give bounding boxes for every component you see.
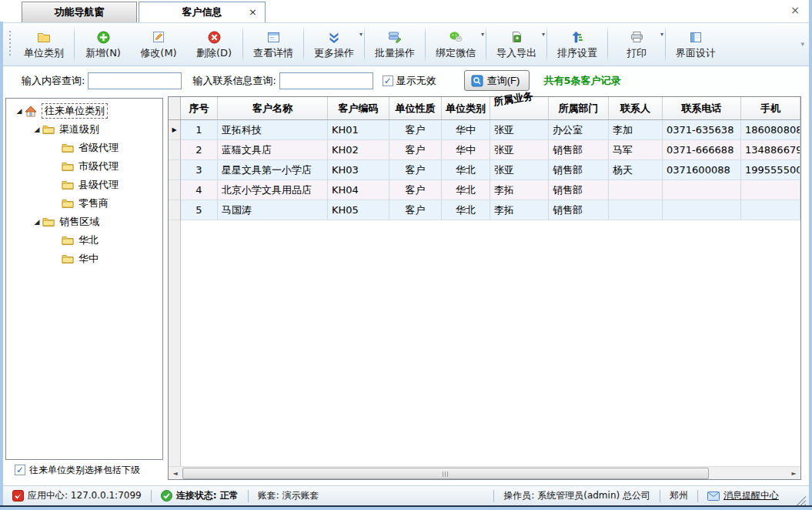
include-sublevel-checkbox[interactable]: ✓ 往来单位类别选择包括下级 <box>5 461 163 478</box>
message-center-label: 消息提醒中心 <box>723 489 779 502</box>
cell-customer-code: KH02 <box>328 140 389 160</box>
folder-icon <box>42 123 56 136</box>
cell-department: 销售部 <box>549 200 609 220</box>
cell-mobile <box>741 180 800 200</box>
expand-arrow-icon[interactable]: ◢ <box>32 218 42 226</box>
tree-item-city-agent[interactable]: 市级代理 <box>6 157 162 176</box>
record-count: 共有5条客户记录 <box>543 74 620 88</box>
unit-category-button[interactable]: 单位类别 <box>15 23 73 65</box>
dropdown-arrow-icon[interactable]: ▾ <box>359 31 363 38</box>
message-center-link[interactable]: 消息提醒中心 <box>698 489 788 502</box>
tree-item-province-agent[interactable]: 省级代理 <box>6 139 162 157</box>
expand-arrow-icon[interactable]: ◢ <box>32 126 42 133</box>
city-text: 郑州 <box>670 489 688 502</box>
delete-button[interactable]: 删除(D) <box>186 23 242 65</box>
col-header[interactable]: 客户名称 <box>218 97 328 119</box>
col-header[interactable]: 联系人 <box>609 97 663 119</box>
cell-unit-category: 华中 <box>442 140 490 160</box>
table-row[interactable]: 5 马国涛 KH05 客户 华北 李拓 销售部 <box>169 200 800 220</box>
cell-seq: 2 <box>181 140 218 160</box>
status-bar: 应用中心: 127.0.0.1:7099 连接状态: 正常 账套: 演示账套 操… <box>3 485 809 505</box>
table-row[interactable]: 4 北京小学文具用品店 KH04 客户 华北 李拓 销售部 <box>169 180 800 200</box>
tree-item-sales-region[interactable]: ◢ 销售区域 <box>6 213 162 231</box>
tree-item-root[interactable]: ◢ 往来单位类别 <box>6 102 162 120</box>
cell-salesperson: 李拓 <box>490 180 549 200</box>
import-export-icon <box>510 30 523 44</box>
row-indicator-cell <box>169 160 181 180</box>
table-header-row: 序号 客户名称 客户编码 单位性质 单位类别 所属业务 所属部门 联系人 联系电… <box>169 97 800 120</box>
table-row[interactable]: 2 蓝猫文具店 KH02 客户 华中 张亚 销售部 马军 0371-666688… <box>169 140 800 160</box>
sort-settings-button[interactable]: 排序设置 <box>548 23 606 65</box>
col-header[interactable]: 手机 <box>741 97 800 119</box>
expand-arrow-icon[interactable]: ◢ <box>14 107 25 115</box>
cell-contact <box>609 200 663 220</box>
tab-close-icon[interactable]: × <box>249 7 257 18</box>
toolbar-separator <box>486 26 486 62</box>
ui-design-button[interactable]: 界面设计 <box>667 23 725 65</box>
col-header[interactable]: 单位类别 <box>442 97 490 119</box>
tab-customer-info[interactable]: 客户信息 × <box>139 2 266 22</box>
add-button[interactable]: 新增(N) <box>75 23 131 65</box>
batch-actions-button[interactable]: 批量操作 <box>366 23 424 65</box>
row-indicator-cell <box>169 140 181 160</box>
toolbar-overflow-icon[interactable]: ▾ <box>800 40 804 48</box>
cell-seq: 1 <box>181 120 218 140</box>
checkbox-check-icon: ✓ <box>383 75 393 86</box>
table-row[interactable]: ▶ 1 亚拓科技 KH01 客户 华中 张亚 办公室 李加 0371-63563… <box>169 120 800 140</box>
tree-item-county-agent[interactable]: 县级代理 <box>6 176 162 194</box>
resize-grip[interactable] <box>796 495 806 505</box>
show-invalid-checkbox[interactable]: ✓ 显示无效 <box>383 74 436 88</box>
scrollbar-thumb[interactable] <box>182 468 709 479</box>
col-header[interactable]: 序号 <box>181 97 218 119</box>
tree-item-label: 市级代理 <box>79 159 119 173</box>
dropdown-arrow-icon[interactable]: ▾ <box>660 31 663 38</box>
col-header[interactable]: 联系电话 <box>663 97 741 119</box>
header-indicator-cell <box>169 97 181 119</box>
app-center-status: 应用中心: 127.0.0.1:7099 <box>3 489 151 502</box>
edit-button[interactable]: 修改(M) <box>131 23 186 65</box>
print-icon <box>630 30 643 44</box>
tree-item-label: 零售商 <box>79 196 109 210</box>
tree-item-central-china[interactable]: 华中 <box>6 250 162 268</box>
dropdown-arrow-icon[interactable]: ▾ <box>542 31 545 38</box>
window-close-icon[interactable]: × <box>790 4 800 16</box>
toolbar-grip[interactable] <box>8 31 12 58</box>
dropdown-arrow-icon[interactable]: ▾ <box>481 31 484 38</box>
bind-wechat-button[interactable]: 绑定微信 ▾ <box>426 23 485 65</box>
more-actions-button[interactable]: 更多操作 ▾ <box>305 23 363 65</box>
tree-item-north-china[interactable]: 华北 <box>6 231 162 250</box>
tree-item-label: 华北 <box>79 233 99 247</box>
tree-item-retailer[interactable]: 零售商 <box>6 194 162 213</box>
show-invalid-label: 显示无效 <box>396 74 436 88</box>
content-query-input[interactable] <box>88 72 182 89</box>
scroll-left-icon[interactable]: ◄ <box>169 467 182 480</box>
cell-seq: 3 <box>181 160 218 180</box>
operator-text: 操作员: 系统管理员(admin) 总公司 <box>503 489 650 502</box>
scroll-right-icon[interactable]: ► <box>787 467 800 480</box>
contact-query-input[interactable] <box>279 72 373 89</box>
query-button[interactable]: 查询(F) <box>464 70 530 91</box>
connection-status: 连接状态: 正常 <box>152 489 248 502</box>
col-header[interactable]: 客户编码 <box>328 97 389 119</box>
table-row[interactable]: 3 星星文具第一小学店 KH03 客户 华北 张亚 销售部 杨天 0371600… <box>169 160 800 180</box>
tree-item-channel-level[interactable]: ◢ 渠道级别 <box>6 120 162 139</box>
cell-unit-category: 华中 <box>442 120 490 140</box>
window-border-left <box>0 22 3 510</box>
col-header[interactable]: 所属部门 <box>549 97 609 119</box>
cell-salesperson: 李拓 <box>490 200 549 220</box>
cell-department: 销售部 <box>549 180 609 200</box>
horizontal-scrollbar[interactable]: ◄ ► <box>169 466 800 479</box>
col-header[interactable]: 所属业务 <box>490 97 549 119</box>
folder-icon <box>62 160 75 173</box>
folder-icon <box>62 197 75 210</box>
view-details-button[interactable]: 查看详情 <box>244 23 302 65</box>
window-border-right <box>809 0 812 510</box>
more-actions-icon <box>328 30 340 44</box>
col-header[interactable]: 单位性质 <box>389 97 442 119</box>
print-button[interactable]: 打印 ▾ <box>609 23 664 65</box>
tab-function-nav[interactable]: 功能导航窗 <box>22 2 137 22</box>
query-button-label: 查询(F) <box>487 74 520 88</box>
import-export-button[interactable]: 导入导出 ▾ <box>487 23 546 65</box>
operator-status: 操作员: 系统管理员(admin) 总公司 <box>494 489 660 502</box>
details-icon <box>267 30 280 44</box>
